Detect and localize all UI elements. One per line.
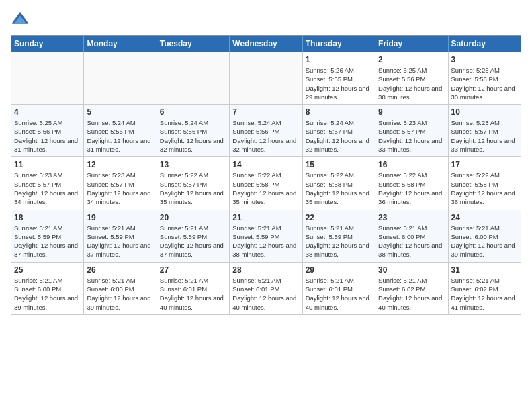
day-number: 27 xyxy=(160,265,226,275)
day-info: Sunrise: 5:21 AM Sunset: 6:02 PM Dayligh… xyxy=(378,276,445,312)
day-number: 3 xyxy=(451,55,518,64)
calendar-day-cell xyxy=(157,52,229,105)
day-info: Sunrise: 5:26 AM Sunset: 5:55 PM Dayligh… xyxy=(306,66,372,101)
day-number: 18 xyxy=(14,213,81,222)
calendar-body: 1Sunrise: 5:26 AM Sunset: 5:55 PM Daylig… xyxy=(11,52,521,315)
calendar-day-cell: 29Sunrise: 5:21 AM Sunset: 6:01 PM Dayli… xyxy=(302,262,375,314)
day-number: 20 xyxy=(160,213,226,222)
calendar-day-cell: 9Sunrise: 5:23 AM Sunset: 5:57 PM Daylig… xyxy=(375,105,448,157)
day-number: 5 xyxy=(87,107,153,117)
calendar-day-cell: 7Sunrise: 5:24 AM Sunset: 5:56 PM Daylig… xyxy=(230,105,302,157)
day-info: Sunrise: 5:23 AM Sunset: 5:57 PM Dayligh… xyxy=(451,118,518,154)
calendar-day-cell: 18Sunrise: 5:21 AM Sunset: 5:59 PM Dayli… xyxy=(11,210,84,262)
day-info: Sunrise: 5:21 AM Sunset: 5:59 PM Dayligh… xyxy=(232,224,299,259)
day-info: Sunrise: 5:21 AM Sunset: 6:00 PM Dayligh… xyxy=(14,276,81,312)
calendar-day-cell: 14Sunrise: 5:22 AM Sunset: 5:58 PM Dayli… xyxy=(230,157,302,210)
calendar-day-cell xyxy=(84,52,157,105)
day-info: Sunrise: 5:22 AM Sunset: 5:58 PM Dayligh… xyxy=(378,171,445,206)
calendar-day-cell: 4Sunrise: 5:25 AM Sunset: 5:56 PM Daylig… xyxy=(11,105,84,157)
day-number: 21 xyxy=(232,213,299,222)
day-info: Sunrise: 5:21 AM Sunset: 6:01 PM Dayligh… xyxy=(160,276,226,312)
day-number: 26 xyxy=(87,265,153,275)
day-number: 22 xyxy=(306,213,372,222)
calendar-day-cell: 26Sunrise: 5:21 AM Sunset: 6:00 PM Dayli… xyxy=(84,262,157,314)
calendar-week-row: 11Sunrise: 5:23 AM Sunset: 5:57 PM Dayli… xyxy=(11,157,521,210)
day-number: 30 xyxy=(378,265,445,275)
day-number: 13 xyxy=(160,160,226,169)
day-number: 6 xyxy=(160,107,226,117)
calendar-day-cell: 11Sunrise: 5:23 AM Sunset: 5:57 PM Dayli… xyxy=(11,157,84,210)
day-number: 10 xyxy=(451,107,518,117)
logo xyxy=(11,11,32,30)
page-header xyxy=(11,11,521,30)
day-info: Sunrise: 5:21 AM Sunset: 6:00 PM Dayligh… xyxy=(87,276,153,312)
day-info: Sunrise: 5:22 AM Sunset: 5:58 PM Dayligh… xyxy=(232,171,299,206)
calendar-day-cell: 6Sunrise: 5:24 AM Sunset: 5:56 PM Daylig… xyxy=(157,105,229,157)
day-number: 25 xyxy=(14,265,81,275)
calendar-day-cell: 10Sunrise: 5:23 AM Sunset: 5:57 PM Dayli… xyxy=(448,105,521,157)
weekday-header: Thursday xyxy=(302,36,375,52)
day-number: 29 xyxy=(306,265,372,275)
logo-icon xyxy=(11,11,30,30)
calendar-day-cell: 3Sunrise: 5:25 AM Sunset: 5:56 PM Daylig… xyxy=(448,52,521,105)
calendar-day-cell: 31Sunrise: 5:21 AM Sunset: 6:02 PM Dayli… xyxy=(448,262,521,314)
day-number: 24 xyxy=(451,213,518,222)
calendar-day-cell: 8Sunrise: 5:24 AM Sunset: 5:57 PM Daylig… xyxy=(302,105,375,157)
day-number: 15 xyxy=(306,160,372,169)
calendar-week-row: 25Sunrise: 5:21 AM Sunset: 6:00 PM Dayli… xyxy=(11,262,521,314)
weekday-row: SundayMondayTuesdayWednesdayThursdayFrid… xyxy=(11,36,521,52)
calendar-header: SundayMondayTuesdayWednesdayThursdayFrid… xyxy=(11,36,521,52)
calendar-day-cell: 16Sunrise: 5:22 AM Sunset: 5:58 PM Dayli… xyxy=(375,157,448,210)
day-number: 14 xyxy=(232,160,299,169)
weekday-header: Sunday xyxy=(11,36,84,52)
day-info: Sunrise: 5:23 AM Sunset: 5:57 PM Dayligh… xyxy=(87,171,153,206)
day-info: Sunrise: 5:24 AM Sunset: 5:56 PM Dayligh… xyxy=(232,118,299,154)
day-info: Sunrise: 5:21 AM Sunset: 5:59 PM Dayligh… xyxy=(14,224,81,259)
calendar-day-cell: 22Sunrise: 5:21 AM Sunset: 5:59 PM Dayli… xyxy=(302,210,375,262)
calendar-day-cell: 27Sunrise: 5:21 AM Sunset: 6:01 PM Dayli… xyxy=(157,262,229,314)
day-info: Sunrise: 5:21 AM Sunset: 5:59 PM Dayligh… xyxy=(306,224,372,259)
calendar-day-cell: 19Sunrise: 5:21 AM Sunset: 5:59 PM Dayli… xyxy=(84,210,157,262)
weekday-header: Friday xyxy=(375,36,448,52)
day-number: 28 xyxy=(232,265,299,275)
day-number: 31 xyxy=(451,265,518,275)
day-number: 2 xyxy=(378,55,445,64)
day-info: Sunrise: 5:21 AM Sunset: 6:01 PM Dayligh… xyxy=(306,276,372,312)
day-number: 7 xyxy=(232,107,299,117)
calendar-day-cell xyxy=(230,52,302,105)
day-info: Sunrise: 5:23 AM Sunset: 5:57 PM Dayligh… xyxy=(14,171,81,206)
day-number: 9 xyxy=(378,107,445,117)
day-info: Sunrise: 5:24 AM Sunset: 5:56 PM Dayligh… xyxy=(87,118,153,154)
calendar-day-cell: 17Sunrise: 5:22 AM Sunset: 5:58 PM Dayli… xyxy=(448,157,521,210)
day-info: Sunrise: 5:22 AM Sunset: 5:57 PM Dayligh… xyxy=(160,171,226,206)
calendar-day-cell: 5Sunrise: 5:24 AM Sunset: 5:56 PM Daylig… xyxy=(84,105,157,157)
calendar-week-row: 18Sunrise: 5:21 AM Sunset: 5:59 PM Dayli… xyxy=(11,210,521,262)
calendar-day-cell xyxy=(11,52,84,105)
calendar-day-cell: 12Sunrise: 5:23 AM Sunset: 5:57 PM Dayli… xyxy=(84,157,157,210)
day-info: Sunrise: 5:24 AM Sunset: 5:57 PM Dayligh… xyxy=(306,118,372,154)
calendar-day-cell: 24Sunrise: 5:21 AM Sunset: 6:00 PM Dayli… xyxy=(448,210,521,262)
weekday-header: Saturday xyxy=(448,36,521,52)
day-number: 4 xyxy=(14,107,81,117)
day-info: Sunrise: 5:21 AM Sunset: 5:59 PM Dayligh… xyxy=(87,224,153,259)
day-number: 1 xyxy=(306,55,372,64)
day-info: Sunrise: 5:22 AM Sunset: 5:58 PM Dayligh… xyxy=(451,171,518,206)
calendar-day-cell: 1Sunrise: 5:26 AM Sunset: 5:55 PM Daylig… xyxy=(302,52,375,105)
day-info: Sunrise: 5:25 AM Sunset: 5:56 PM Dayligh… xyxy=(14,118,81,154)
calendar-day-cell: 25Sunrise: 5:21 AM Sunset: 6:00 PM Dayli… xyxy=(11,262,84,314)
day-info: Sunrise: 5:21 AM Sunset: 6:01 PM Dayligh… xyxy=(232,276,299,312)
weekday-header: Tuesday xyxy=(157,36,229,52)
calendar-day-cell: 28Sunrise: 5:21 AM Sunset: 6:01 PM Dayli… xyxy=(230,262,302,314)
day-info: Sunrise: 5:21 AM Sunset: 6:00 PM Dayligh… xyxy=(378,224,445,259)
day-info: Sunrise: 5:24 AM Sunset: 5:56 PM Dayligh… xyxy=(160,118,226,154)
day-info: Sunrise: 5:23 AM Sunset: 5:57 PM Dayligh… xyxy=(378,118,445,154)
day-number: 12 xyxy=(87,160,153,169)
day-number: 19 xyxy=(87,213,153,222)
calendar-week-row: 4Sunrise: 5:25 AM Sunset: 5:56 PM Daylig… xyxy=(11,105,521,157)
weekday-header: Monday xyxy=(84,36,157,52)
day-number: 17 xyxy=(451,160,518,169)
calendar-day-cell: 23Sunrise: 5:21 AM Sunset: 6:00 PM Dayli… xyxy=(375,210,448,262)
day-info: Sunrise: 5:25 AM Sunset: 5:56 PM Dayligh… xyxy=(378,66,445,101)
calendar-day-cell: 2Sunrise: 5:25 AM Sunset: 5:56 PM Daylig… xyxy=(375,52,448,105)
day-number: 11 xyxy=(14,160,81,169)
